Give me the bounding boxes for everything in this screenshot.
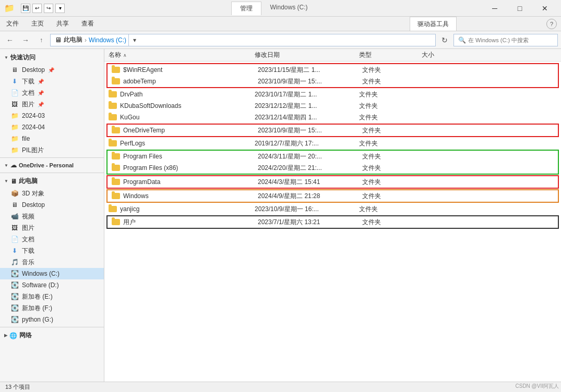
sidebar-item-label: Desktop — [22, 66, 45, 74]
menu-file[interactable]: 文件 — [0, 17, 25, 31]
group-border-red: OneDriveTemp 2023/10/9/星期一 15:... 文件夹 — [106, 124, 559, 137]
cloud-icon: ☁ — [10, 162, 17, 169]
menu-view[interactable]: 查看 — [75, 17, 100, 31]
sidebar-item-picture-pc[interactable]: 🖼 图片 — [0, 222, 104, 234]
folder-icon — [112, 127, 120, 133]
up-button[interactable]: ↑ — [34, 33, 48, 47]
table-row[interactable]: Program Files 2024/3/11/星期一 20:... 文件夹 — [108, 151, 558, 162]
table-row[interactable]: ProgramData 2024/4/3/星期二 15:41 文件夹 — [108, 176, 558, 188]
app-icon: 📁 — [4, 3, 15, 13]
3d-icon: 📦 — [10, 189, 19, 198]
customize-icon[interactable]: ▾ — [55, 4, 65, 13]
download-icon: ⬇ — [10, 247, 19, 255]
video-icon: 📹 — [10, 212, 19, 220]
table-row[interactable]: 用户 2023/7/1/星期六 13:21 文件夹 — [108, 216, 558, 228]
document-icon: 📄 — [10, 235, 19, 243]
sidebar-item-picture-quick[interactable]: 🖼 图片 📌 — [0, 99, 104, 110]
group-border-red: $WinREAgent 2023/11/15/星期二 1... 文件夹 adob… — [106, 63, 559, 88]
table-row[interactable]: Windows 2024/4/9/星期二 21:28 文件夹 — [108, 190, 558, 202]
menu-home[interactable]: 主页 — [25, 17, 50, 31]
sidebar-item-python-g[interactable]: 💽 python (G:) — [0, 314, 104, 325]
table-row[interactable]: yanjicg 2023/10/9/星期一 16:... 文件夹 — [104, 203, 561, 215]
help-icon[interactable]: ? — [546, 19, 557, 29]
sidebar-quick-access-header[interactable]: ▼ 快速访问 — [0, 51, 104, 64]
table-row[interactable]: $WinREAgent 2023/11/15/星期二 1... 文件夹 — [108, 64, 558, 76]
search-box[interactable]: 🔍 — [453, 34, 558, 46]
sidebar-item-file[interactable]: 📁 file — [0, 133, 104, 144]
table-row[interactable]: adobeTemp 2023/10/9/星期一 15:... 文件夹 — [108, 76, 558, 87]
sidebar-item-label: 新加卷 (F:) — [22, 304, 52, 313]
col-date-header[interactable]: 修改日期 — [255, 51, 359, 59]
folder-icon: 📁 — [10, 134, 19, 143]
folder-icon — [109, 114, 117, 120]
col-size-header[interactable]: 大小 — [422, 51, 557, 59]
undo-icon[interactable]: ↩ — [32, 4, 42, 13]
tab-manage[interactable]: 管理 — [231, 2, 261, 15]
title-center: 管理 Windows (C:) — [65, 2, 483, 15]
table-row[interactable]: Program Files (x86) 2024/2/20/星期二 21:...… — [108, 162, 558, 174]
computer-label: 此电脑 — [19, 177, 38, 186]
file-date: 2023/12/12/星期二 1... — [255, 102, 359, 111]
maximize-button[interactable]: □ — [508, 0, 532, 17]
path-child[interactable]: Windows (C:) — [89, 36, 126, 44]
sidebar-item-2024-04[interactable]: 📁 2024-04 — [0, 121, 104, 133]
sidebar-item-label: Software (D:) — [22, 281, 59, 289]
close-button[interactable]: ✕ — [533, 0, 557, 17]
search-input[interactable] — [468, 37, 553, 43]
sidebar-item-new-f[interactable]: 💽 新加卷 (F:) — [0, 302, 104, 314]
sidebar-item-video[interactable]: 📹 视频 — [0, 211, 104, 222]
file-date: 2023/10/9/星期一 15:... — [258, 77, 362, 86]
sidebar-onedrive-header[interactable]: ▼ ☁ OneDrive - Personal — [0, 160, 104, 171]
sidebar-item-3d[interactable]: 📦 3D 对象 — [0, 188, 104, 199]
table-row[interactable]: PerfLogs 2019/12/7/星期六 17:... 文件夹 — [104, 138, 561, 149]
pin-icon: 📌 — [38, 79, 44, 84]
folder-icon — [109, 206, 117, 212]
sidebar-item-desktop-quick[interactable]: 🖥 Desktop 📌 — [0, 64, 104, 76]
folder-icon — [112, 78, 120, 84]
search-icon: 🔍 — [458, 36, 466, 44]
back-button[interactable]: ← — [3, 33, 17, 47]
forward-button[interactable]: → — [19, 33, 32, 47]
minimize-button[interactable]: ─ — [483, 0, 507, 17]
table-row[interactable]: DrvPath 2023/10/17/星期二 1... 文件夹 — [104, 89, 561, 100]
address-path[interactable]: 🖥 此电脑 › Windows (C:) ▾ — [50, 34, 436, 46]
sidebar-item-pil[interactable]: 📁 PIL图片 — [0, 144, 104, 156]
path-root[interactable]: 此电脑 — [64, 35, 82, 44]
col-type-header[interactable]: 类型 — [359, 51, 422, 59]
sidebar-item-music[interactable]: 🎵 音乐 — [0, 256, 104, 268]
folder-icon: 📁 — [10, 146, 19, 154]
sidebar-item-download-pc[interactable]: ⬇ 下载 — [0, 245, 104, 256]
save-icon[interactable]: 💾 — [21, 4, 30, 13]
sidebar-item-label: 下载 — [22, 247, 34, 255]
sidebar-item-download-quick[interactable]: ⬇ 下载 📌 — [0, 76, 104, 87]
sidebar-network-header[interactable]: ▶ 🌐 网络 — [0, 329, 104, 342]
file-date: 2024/3/11/星期一 20:... — [258, 152, 362, 161]
tab-drive-tools[interactable]: 驱动器工具 — [410, 17, 457, 31]
file-name-label: Program Files — [123, 153, 162, 160]
sidebar-item-new-e[interactable]: 💽 新加卷 (E:) — [0, 291, 104, 302]
table-row[interactable]: KDubaSoftDownloads 2023/12/12/星期二 1... 文… — [104, 100, 561, 112]
quick-access-label: 快速访问 — [10, 53, 35, 62]
table-row[interactable]: OneDriveTemp 2023/10/9/星期一 15:... 文件夹 — [108, 125, 558, 136]
file-type: 文件夹 — [362, 126, 425, 135]
sidebar-item-2024-03[interactable]: 📁 2024-03 — [0, 110, 104, 121]
address-dropdown[interactable]: ▾ — [128, 34, 140, 46]
sidebar-item-document-quick[interactable]: 📄 文档 📌 — [0, 87, 104, 99]
sidebar-item-desktop-pc[interactable]: 🖥 Desktop — [0, 199, 104, 211]
window-controls: ─ □ ✕ — [483, 0, 557, 17]
file-type: 文件夹 — [359, 205, 422, 214]
document-icon: 📄 — [10, 89, 19, 97]
sidebar-item-document-pc[interactable]: 📄 文档 — [0, 234, 104, 245]
menu-share[interactable]: 共享 — [50, 17, 75, 31]
folder-icon — [112, 153, 120, 160]
col-name-header[interactable]: 名称 ∧ — [109, 51, 255, 59]
col-size-label: 大小 — [422, 51, 434, 58]
table-row[interactable]: KuGou 2023/12/14/星期四 1... 文件夹 — [104, 112, 561, 123]
sidebar-item-windows-c[interactable]: 💽 Windows (C:) — [0, 268, 104, 279]
refresh-button[interactable]: ↻ — [438, 33, 451, 47]
main-layout: ▼ 快速访问 🖥 Desktop 📌 ⬇ 下载 📌 📄 文档 📌 🖼 图片 📌 … — [0, 49, 561, 382]
sidebar-computer-header[interactable]: ▼ 🖥 此电脑 — [0, 175, 104, 188]
sidebar-divider — [0, 173, 104, 173]
redo-icon[interactable]: ↪ — [44, 4, 53, 13]
sidebar-item-software-d[interactable]: 💽 Software (D:) — [0, 279, 104, 291]
